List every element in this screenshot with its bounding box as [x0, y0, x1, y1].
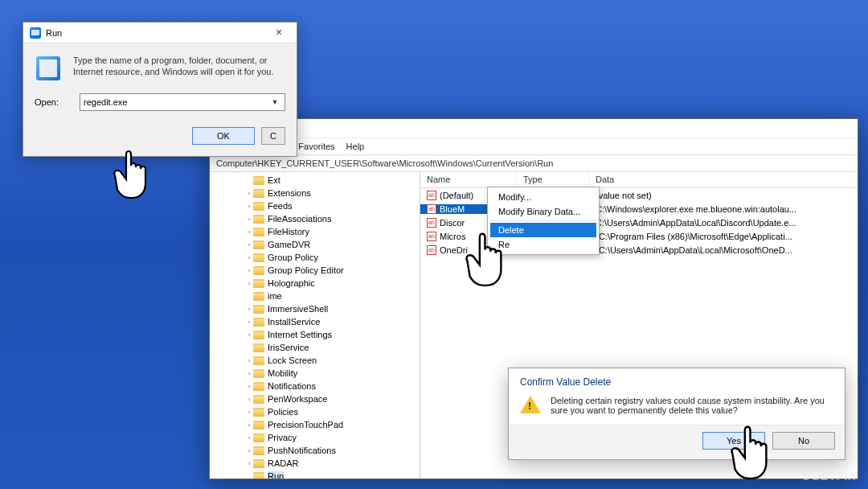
tree-item[interactable]: ›GameDVR: [210, 238, 420, 251]
folder-icon: [253, 382, 264, 391]
folder-icon: [253, 266, 264, 275]
open-label: Open:: [35, 97, 72, 107]
cursor-hand-icon: [730, 425, 780, 484]
string-value-icon: ab: [427, 204, 436, 214]
col-type[interactable]: Type: [517, 172, 589, 187]
tree-item[interactable]: ›Holographic: [210, 277, 420, 290]
cursor-hand-icon: [465, 232, 514, 291]
run-titlebar[interactable]: Run ×: [23, 23, 297, 43]
run-dialog: Run × Type the name of a program, folder…: [23, 22, 297, 157]
folder-icon: [253, 305, 264, 314]
tree-item[interactable]: ›Feeds: [210, 199, 420, 212]
string-value-icon: ab: [427, 191, 436, 200]
col-name[interactable]: Name: [420, 172, 517, 187]
menu-item-help[interactable]: Help: [346, 142, 365, 151]
value-row[interactable]: abDiscorC:\Users\Admin\AppData\Local\Dis…: [420, 216, 858, 229]
folder-icon: [253, 202, 264, 211]
warning-icon: [520, 396, 541, 417]
run-open-row: Open: ▼: [23, 87, 297, 122]
menu-item-favorites[interactable]: Favorites: [298, 142, 334, 151]
folder-icon: [253, 472, 264, 479]
tree-item[interactable]: ›ImmersiveShell: [210, 302, 420, 315]
folder-icon: [253, 459, 264, 468]
folder-icon: [253, 446, 264, 455]
string-value-icon: ab: [427, 218, 436, 228]
tree-item[interactable]: IrisService: [210, 341, 420, 354]
tree-item[interactable]: Ext: [210, 174, 420, 187]
tree-item[interactable]: ›PushNotifications: [210, 444, 420, 457]
folder-icon: [253, 395, 264, 404]
run-title: Run: [46, 28, 268, 38]
tree-item[interactable]: ›Group Policy Editor: [210, 264, 420, 277]
folder-icon: [253, 292, 264, 301]
tree-item[interactable]: ›InstallService: [210, 315, 420, 328]
folder-icon: [253, 240, 264, 249]
folder-icon: [253, 369, 264, 378]
regedit-menu-bar: FileEditViewFavoritesHelp: [210, 138, 858, 154]
folder-icon: [253, 279, 264, 288]
tree-item[interactable]: ›Policies: [210, 405, 420, 418]
folder-icon: [253, 318, 264, 327]
confirm-title: Confirm Value Delete: [509, 368, 845, 391]
list-header: Name Type Data: [420, 172, 858, 188]
confirm-body: Deleting certain registry values could c…: [509, 391, 845, 425]
context-item-modify-[interactable]: Modify...: [490, 190, 596, 204]
cancel-button[interactable]: C: [261, 127, 285, 145]
col-data[interactable]: Data: [589, 172, 858, 187]
value-row[interactable]: abBlueMC:\Windows\explorer.exe me.blueon…: [420, 202, 858, 216]
folder-icon: [253, 215, 264, 224]
tree-item[interactable]: Run: [210, 470, 420, 479]
tree-item[interactable]: ›Privacy: [210, 431, 420, 444]
run-icon: [30, 27, 41, 39]
folder-icon: [253, 434, 264, 442]
close-icon[interactable]: ×: [268, 25, 290, 41]
tree-item[interactable]: ›RADAR: [210, 457, 420, 470]
context-item-modify-binary-data-[interactable]: Modify Binary Data...: [490, 204, 596, 219]
no-button[interactable]: No: [772, 432, 835, 450]
run-button-row: OK C: [23, 122, 297, 156]
string-value-icon: ab: [427, 232, 436, 241]
registry-tree[interactable]: Ext›Extensions›Feeds›FileAssociations›Fi…: [210, 172, 420, 479]
tree-item[interactable]: ›Mobility: [210, 367, 420, 380]
confirm-button-row: Yes No: [509, 425, 845, 459]
tree-item[interactable]: ›Extensions: [210, 187, 420, 199]
tree-item[interactable]: ›PenWorkspace: [210, 392, 420, 405]
tree-item[interactable]: ›Notifications: [210, 380, 420, 392]
run-instruction: Type the name of a program, folder, docu…: [73, 55, 285, 82]
folder-icon: [253, 421, 264, 429]
open-input[interactable]: [84, 97, 268, 107]
chevron-down-icon[interactable]: ▼: [268, 98, 281, 106]
folder-icon: [253, 176, 264, 185]
open-combobox[interactable]: ▼: [80, 93, 285, 111]
tree-item[interactable]: ›FileHistory: [210, 225, 420, 238]
tree-item[interactable]: ime: [210, 290, 420, 302]
tree-item[interactable]: ›Internet Settings: [210, 328, 420, 341]
confirm-message: Deleting certain registry values could c…: [551, 396, 833, 415]
tree-item[interactable]: ›Group Policy: [210, 251, 420, 264]
regedit-titlebar[interactable]: Registry Editor: [210, 119, 858, 138]
value-row[interactable]: ab(Default)REG_SZ(value not set): [420, 188, 858, 202]
string-value-icon: ab: [427, 245, 436, 255]
run-program-icon: [35, 55, 62, 82]
watermark: UGETFIX: [802, 470, 857, 483]
run-body: Type the name of a program, folder, docu…: [23, 43, 297, 87]
cursor-hand-icon: [113, 150, 158, 203]
folder-icon: [253, 356, 264, 365]
folder-icon: [253, 253, 264, 262]
ok-button[interactable]: OK: [192, 127, 255, 145]
address-bar[interactable]: Computer\HKEY_CURRENT_USER\Software\Micr…: [210, 154, 858, 172]
folder-icon: [253, 331, 264, 339]
folder-icon: [253, 343, 264, 352]
tree-item[interactable]: ›Lock Screen: [210, 354, 420, 367]
folder-icon: [253, 189, 264, 198]
tree-item[interactable]: ›PrecisionTouchPad: [210, 418, 420, 431]
folder-icon: [253, 228, 264, 236]
confirm-delete-dialog: Confirm Value Delete Deleting certain re…: [508, 368, 845, 460]
folder-icon: [253, 408, 264, 417]
tree-item[interactable]: ›FileAssociations: [210, 212, 420, 225]
